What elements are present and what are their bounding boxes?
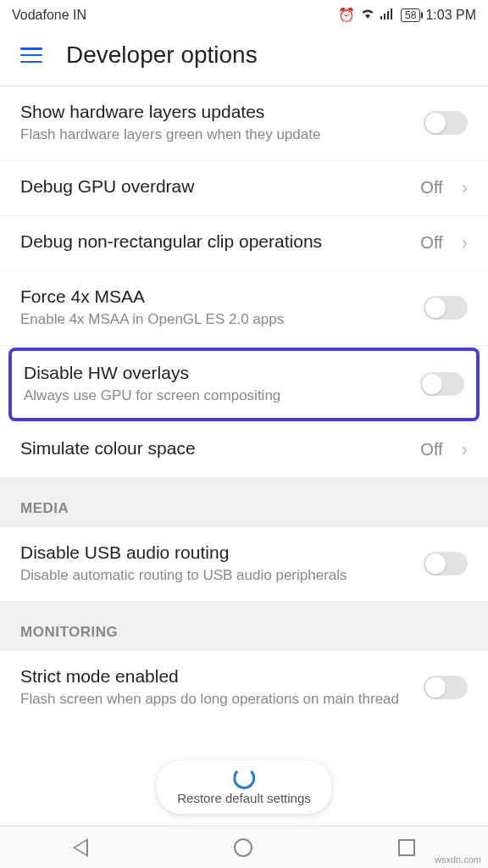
toggle-hw-layers[interactable] [424, 111, 468, 135]
alarm-icon: ⏰ [338, 7, 355, 23]
item-title: Strict mode enabled [20, 666, 410, 687]
settings-list: Show hardware layers updates Flash hardw… [0, 86, 488, 725]
item-title: Debug GPU overdraw [20, 176, 407, 197]
nav-recent-icon[interactable] [398, 839, 415, 856]
restore-defaults-button[interactable]: Restore default settings [157, 760, 331, 814]
header: Developer options [0, 26, 488, 86]
item-subtitle: Flash hardware layers green when they up… [20, 125, 410, 145]
battery-icon: 58 [401, 8, 420, 22]
item-value: Off [420, 233, 442, 253]
item-subtitle: Enable 4x MSAA in OpenGL ES 2.0 apps [20, 310, 410, 330]
svg-rect-0 [380, 16, 382, 19]
toggle-strict-mode[interactable] [424, 676, 468, 699]
chevron-right-icon: › [462, 439, 468, 461]
item-strict-mode[interactable]: Strict mode enabled Flash screen when ap… [0, 651, 488, 725]
toggle-usb-audio[interactable] [424, 552, 468, 576]
toggle-msaa[interactable] [424, 296, 468, 320]
item-subtitle: Flash screen when apps do long operation… [20, 690, 410, 709]
item-title: Debug non-rectangular clip operations [20, 231, 407, 252]
carrier-label: Vodafone IN [12, 8, 86, 23]
watermark: wsxdn.com [435, 854, 481, 865]
item-clip-ops[interactable]: Debug non-rectangular clip operations Of… [0, 216, 488, 271]
wifi-icon [360, 8, 375, 23]
time-label: 1:03 PM [425, 8, 476, 23]
chevron-right-icon: › [462, 232, 468, 254]
item-title: Force 4x MSAA [20, 287, 410, 307]
item-title: Disable USB audio routing [20, 542, 410, 563]
item-value: Off [420, 178, 442, 198]
item-subtitle: Disable automatic routing to USB audio p… [20, 566, 410, 586]
item-msaa[interactable]: Force 4x MSAA Enable 4x MSAA in OpenGL E… [0, 271, 488, 346]
restore-label: Restore default settings [177, 791, 311, 805]
section-monitoring: MONITORING [0, 602, 488, 651]
nav-home-icon[interactable] [234, 838, 252, 857]
item-usb-audio[interactable]: Disable USB audio routing Disable automa… [0, 527, 488, 602]
item-value: Off [420, 440, 442, 459]
svg-rect-1 [384, 14, 385, 19]
item-title: Show hardware layers updates [20, 102, 410, 122]
status-right: ⏰ 58 1:03 PM [338, 7, 476, 23]
item-subtitle: Always use GPU for screen compositing [24, 387, 407, 406]
toggle-hw-overlays[interactable] [420, 372, 464, 396]
svg-rect-2 [387, 11, 389, 19]
status-bar: Vodafone IN ⏰ 58 1:03 PM [0, 0, 488, 26]
item-title: Disable HW overlays [24, 363, 407, 383]
signal-icon [380, 8, 396, 23]
item-gpu-overdraw[interactable]: Debug GPU overdraw Off › [0, 161, 488, 216]
menu-icon[interactable] [20, 47, 42, 63]
svg-rect-3 [391, 8, 392, 19]
restore-icon [233, 767, 255, 789]
item-hw-layers[interactable]: Show hardware layers updates Flash hardw… [0, 86, 488, 161]
item-colour-space[interactable]: Simulate colour space Off › [0, 423, 488, 478]
page-title: Developer options [66, 42, 258, 69]
chevron-right-icon: › [462, 177, 468, 199]
section-media: MEDIA [0, 478, 488, 527]
item-title: Simulate colour space [20, 438, 407, 459]
item-hw-overlays[interactable]: Disable HW overlays Always use GPU for s… [8, 348, 480, 421]
navigation-bar [0, 826, 488, 868]
nav-back-icon[interactable] [73, 838, 88, 857]
